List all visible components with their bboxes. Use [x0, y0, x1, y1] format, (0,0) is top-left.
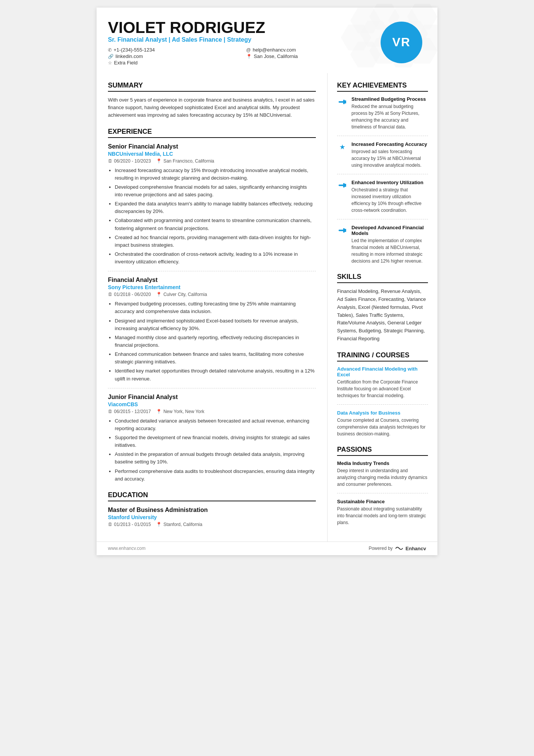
phone-icon: ✆	[108, 47, 112, 53]
job-bullets-2: Revamped budgeting processes, cutting fo…	[108, 300, 316, 382]
achievement-item-3: Enhanced Inventory Utilization Orchestra…	[337, 180, 428, 214]
star-icon: ☆	[108, 60, 112, 66]
training-item-desc-2: Course completed at Coursera, covering c…	[337, 417, 428, 437]
job-location-3: 📍 New York, New York	[156, 409, 204, 414]
calendar-icon-2: 🗓	[108, 292, 112, 297]
bullet-1-4: Collaborated with programming and conten…	[115, 217, 316, 232]
email-icon: @	[246, 47, 251, 53]
divider-1	[108, 271, 316, 271]
job-title-3: Junior Financial Analyst	[108, 394, 316, 401]
passion-item-title-1: Media Industry Trends	[337, 460, 428, 466]
linkedin-value: linkedin.com	[116, 53, 143, 59]
training-divider	[337, 404, 428, 405]
job-bullets-1: Increased forecasting accuracy by 15% th…	[108, 167, 316, 266]
svg-rect-13	[339, 101, 344, 103]
experience-title: EXPERIENCE	[108, 128, 316, 138]
degree-title: Master of Business Administration	[108, 507, 316, 513]
svg-rect-16	[339, 185, 344, 186]
linkedin-item: 🔗 linkedin.com	[108, 53, 239, 59]
skills-title: SKILLS	[337, 273, 428, 283]
company-name-2: Sony Pictures Entertainment	[108, 284, 316, 290]
achievement-icon-1	[337, 97, 348, 107]
summary-text: With over 5 years of experience in corpo…	[108, 96, 316, 119]
location-value: San Jose, California	[254, 53, 298, 59]
job-bullets-3: Conducted detailed variance analysis bet…	[108, 417, 316, 483]
bullet-3-1: Conducted detailed variance analysis bet…	[115, 417, 316, 432]
job-title-1: Senior Financial Analyst	[108, 143, 316, 150]
bullet-3-2: Supported the development of new financi…	[115, 434, 316, 449]
achievement-title-3: Enhanced Inventory Utilization	[351, 180, 428, 185]
email-item: @ help@enhancv.com	[246, 47, 377, 53]
achievement-desc-2: Improved ad sales forecasting accuracy b…	[351, 148, 428, 169]
job-location-2: 📍 Culver City, California	[156, 292, 207, 297]
achievement-content-3: Enhanced Inventory Utilization Orchestra…	[351, 180, 428, 214]
job-dates-1: 🗓 06/2020 - 10/2023	[108, 158, 151, 164]
passion-item-desc-2: Passionate about integrating sustainabil…	[337, 506, 428, 526]
achievement-content-4: Developed Advanced Financial Models Led …	[351, 225, 428, 265]
header-section: VIOLET RODRIGUEZ Sr. Financial Analyst |…	[97, 8, 437, 73]
contact-grid: ✆ +1-(234)-555-1234 @ help@enhancv.com 🔗…	[108, 47, 377, 66]
edu-dates: 🗓 01/2013 - 01/2015	[108, 522, 151, 527]
passion-divider	[337, 493, 428, 493]
achievement-title-4: Developed Advanced Financial Models	[351, 225, 428, 236]
candidate-name: VIOLET RODRIGUEZ	[108, 19, 377, 36]
achievement-divider-3	[337, 219, 428, 219]
bullet-3-4: Performed comprehensive data audits to t…	[115, 468, 316, 483]
header-right: VR	[377, 19, 426, 66]
job-meta-1: 🗓 06/2020 - 10/2023 📍 San Francisco, Cal…	[108, 158, 316, 164]
bullet-2-4: Enhanced communication between finance a…	[115, 351, 316, 366]
pin-icon-edu: 📍	[156, 522, 162, 527]
pin-icon-2: 📍	[156, 292, 162, 297]
enhancv-logo-icon	[395, 546, 403, 551]
achievement-divider-1	[337, 136, 428, 136]
job-meta-3: 🗓 06/2015 - 12/2017 📍 New York, New York	[108, 409, 316, 414]
svg-rect-21	[344, 229, 346, 232]
achievement-desc-1: Reduced the annual budgeting process by …	[351, 103, 428, 130]
training-item-title-2: Data Analysis for Business	[337, 410, 428, 416]
location-icon: 📍	[246, 54, 252, 59]
job-title-2: Financial Analyst	[108, 277, 316, 283]
bullet-1-3: Expanded the data analytics team's abili…	[115, 200, 316, 215]
pin-icon-3: 📍	[156, 409, 162, 414]
training-item-title-1: Advanced Financial Modeling with Excel	[337, 366, 428, 377]
achievement-item-2: ★ Increased Forecasting Accuracy Improve…	[337, 141, 428, 169]
passion-item-title-2: Sustainable Finance	[337, 499, 428, 504]
linkedin-icon: 🔗	[108, 54, 114, 59]
phone-item: ✆ +1-(234)-555-1234	[108, 47, 239, 53]
achievement-content-2: Increased Forecasting Accuracy Improved …	[351, 141, 428, 169]
job-dates-2: 🗓 01/2018 - 06/2020	[108, 292, 151, 297]
calendar-icon-edu: 🗓	[108, 522, 112, 527]
email-value: help@enhancv.com	[253, 47, 296, 53]
job-location-1: 📍 San Francisco, California	[156, 158, 214, 164]
achievement-desc-4: Led the implementation of complex financ…	[351, 237, 428, 265]
calendar-icon-1: 🗓	[108, 158, 112, 164]
pin-icon-1: 📍	[156, 158, 162, 164]
achievement-title-2: Increased Forecasting Accuracy	[351, 141, 428, 147]
edu-location: 📍 Stanford, California	[156, 522, 202, 527]
skills-text: Financial Modeling, Revenue Analysis, Ad…	[337, 288, 428, 343]
main-body: SUMMARY With over 5 years of experience …	[97, 73, 437, 542]
bullet-2-2: Designed and implemented sophisticated E…	[115, 317, 316, 332]
bullet-1-1: Increased forecasting accuracy by 15% th…	[115, 167, 316, 182]
bullet-3-3: Assisted in the preparation of annual bu…	[115, 451, 316, 466]
company-name-3: ViacomCBS	[108, 401, 316, 407]
bullet-1-5: Created ad hoc financial reports, provid…	[115, 234, 316, 249]
calendar-icon-3: 🗓	[108, 409, 112, 414]
passions-title: PASSIONS	[337, 446, 428, 456]
achievement-content-1: Streamlined Budgeting Process Reduced th…	[351, 96, 428, 130]
bullet-1-2: Developed comprehensive financial models…	[115, 183, 316, 199]
left-column: SUMMARY With over 5 years of experience …	[97, 73, 328, 542]
achievement-item-1: Streamlined Budgeting Process Reduced th…	[337, 96, 428, 130]
job-dates-3: 🗓 06/2015 - 12/2017	[108, 409, 151, 414]
phone-value: +1-(234)-555-1234	[114, 47, 155, 53]
brand-name: Enhancv	[406, 546, 426, 551]
achievement-icon-3	[337, 180, 348, 191]
summary-title: SUMMARY	[108, 81, 316, 92]
achievement-item-4: Developed Advanced Financial Models Led …	[337, 225, 428, 265]
achievement-divider-2	[337, 174, 428, 174]
avatar: VR	[381, 22, 422, 63]
achievement-desc-3: Orchestrated a strategy that increased i…	[351, 186, 428, 214]
location-item: 📍 San Jose, California	[246, 53, 377, 59]
footer-brand: Powered by Enhancv	[368, 546, 426, 551]
school-name: Stanford University	[108, 514, 316, 520]
